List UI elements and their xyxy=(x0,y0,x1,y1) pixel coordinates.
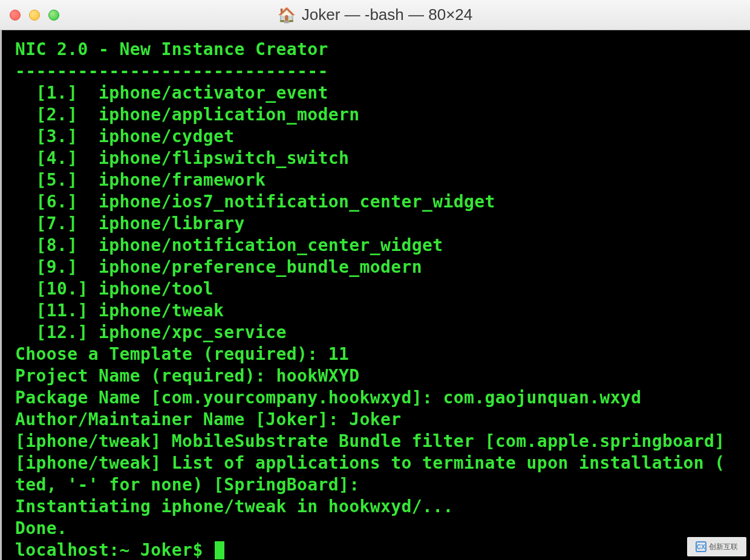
template-option: [9.] iphone/preference_bundle_modern xyxy=(15,256,750,278)
watermark: CX 创新互联 xyxy=(687,537,746,556)
nic-header: NIC 2.0 - New Instance Creator xyxy=(15,39,750,60)
shell-prompt[interactable]: localhost:~ Joker$ xyxy=(15,539,750,560)
window-title: 🏠 Joker — -bash — 80×24 xyxy=(278,5,473,24)
watermark-logo-icon: CX xyxy=(696,541,706,552)
prompt-text: localhost:~ Joker$ xyxy=(15,539,214,560)
template-option: [2.] iphone/application_modern xyxy=(15,104,750,126)
prompt-line: Choose a Template (required): 11 xyxy=(15,343,750,365)
title-text: Joker — -bash — 80×24 xyxy=(302,5,473,24)
window-controls xyxy=(10,10,59,21)
template-option: [3.] iphone/cydget xyxy=(15,126,750,148)
home-icon: 🏠 xyxy=(278,8,296,22)
template-option: [6.] iphone/ios7_notification_center_wid… xyxy=(15,191,750,213)
prompt-line: Author/Maintainer Name [Joker]: Joker xyxy=(15,409,750,431)
minimize-button[interactable] xyxy=(29,10,40,21)
prompt-line: Package Name [com.yourcompany.hookwxyd]:… xyxy=(15,387,750,409)
prompt-line: ted, '-' for none) [SpringBoard]: xyxy=(15,474,750,496)
close-button[interactable] xyxy=(10,10,21,21)
terminal-output[interactable]: NIC 2.0 - New Instance Creator----------… xyxy=(0,30,750,560)
prompt-line: [iphone/tweak] MobileSubstrate Bundle fi… xyxy=(15,431,750,452)
terminal-window: 🏠 Joker — -bash — 80×24 NIC 2.0 - New In… xyxy=(0,0,750,560)
prompt-line: Instantiating iphone/tweak in hookwxyd/.… xyxy=(15,496,750,518)
template-option: [1.] iphone/activator_event xyxy=(15,82,750,104)
template-option: [12.] iphone/xpc_service xyxy=(15,322,750,343)
titlebar: 🏠 Joker — -bash — 80×24 xyxy=(0,0,750,30)
watermark-text: 创新互联 xyxy=(709,542,738,552)
template-option: [4.] iphone/flipswitch_switch xyxy=(15,148,750,169)
template-option: [10.] iphone/tool xyxy=(15,278,750,300)
nic-divider: ------------------------------ xyxy=(15,60,750,82)
template-option: [11.] iphone/tweak xyxy=(15,300,750,322)
cursor-icon xyxy=(215,541,224,559)
maximize-button[interactable] xyxy=(48,10,59,21)
prompt-line: Project Name (required): hookWXYD xyxy=(15,365,750,387)
prompt-line: Done. xyxy=(15,518,750,539)
template-option: [8.] iphone/notification_center_widget xyxy=(15,235,750,256)
prompt-line: [iphone/tweak] List of applications to t… xyxy=(15,452,750,474)
template-option: [7.] iphone/library xyxy=(15,213,750,235)
template-option: [5.] iphone/framework xyxy=(15,169,750,191)
